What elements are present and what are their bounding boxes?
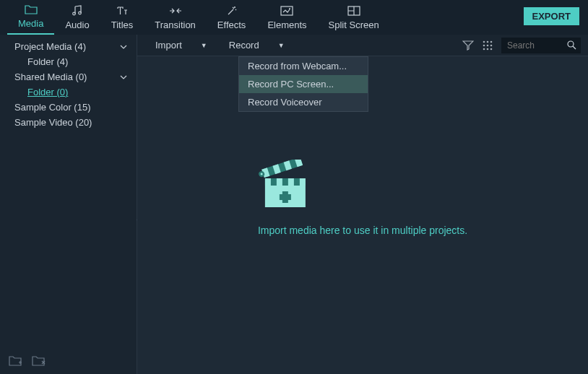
effects-icon	[225, 4, 238, 17]
tab-label: Audio	[65, 19, 89, 30]
svg-point-7	[490, 40, 493, 43]
chevron-down-icon	[119, 73, 128, 82]
svg-rect-25	[288, 178, 294, 186]
svg-rect-29	[280, 194, 291, 200]
tab-label: Effects	[217, 19, 246, 30]
sidebar-item-project-media[interactable]: Project Media (4)	[0, 39, 137, 54]
music-icon	[71, 4, 84, 17]
svg-point-1	[79, 12, 82, 14]
menu-item-record-voiceover[interactable]: Record Voiceover	[239, 93, 368, 111]
main-panel: Import▼ Record▼ Record from Webcam... Re…	[137, 35, 588, 374]
svg-point-13	[490, 48, 493, 50]
svg-rect-22	[265, 178, 306, 186]
tab-elements[interactable]: Elements	[256, 1, 317, 35]
empty-state: Import media here to use it in multiple …	[258, 160, 467, 236]
svg-point-0	[73, 12, 76, 15]
main-toolbar: Import▼ Record▼	[137, 35, 588, 56]
top-tabs: Media Audio Titles Transition Effects El…	[0, 0, 588, 35]
record-dropdown-button[interactable]: Record▼	[218, 40, 295, 51]
text-icon	[116, 4, 129, 17]
tab-label: Media	[18, 18, 43, 29]
svg-rect-2	[281, 6, 293, 15]
svg-point-3	[289, 8, 290, 9]
import-dropdown-button[interactable]: Import▼	[144, 40, 218, 51]
search-input[interactable]	[501, 38, 581, 53]
remove-folder-button[interactable]	[32, 355, 46, 368]
svg-rect-24	[277, 178, 282, 186]
tab-splitscreen[interactable]: Split Screen	[318, 1, 390, 35]
export-button[interactable]: EXPORT	[524, 7, 579, 25]
svg-point-10	[490, 44, 493, 46]
menu-item-record-pc-screen[interactable]: Record PC Screen...	[239, 75, 368, 93]
svg-point-5	[483, 40, 485, 43]
clapperboard-icon	[258, 160, 467, 210]
elements-icon	[280, 4, 293, 17]
folder-icon	[25, 3, 38, 16]
record-dropdown-menu: Record from Webcam... Record PC Screen..…	[238, 56, 368, 112]
chevron-down-icon	[119, 43, 128, 51]
media-tree: Project Media (4) Folder (4) Shared Medi…	[0, 35, 137, 374]
svg-point-12	[487, 48, 489, 50]
svg-rect-26	[300, 178, 306, 186]
sidebar-item-folder[interactable]: Folder (4)	[0, 54, 137, 69]
sidebar: Project Media (4) Folder (4) Shared Medi…	[0, 35, 137, 374]
svg-point-9	[487, 44, 489, 46]
svg-point-11	[483, 48, 485, 50]
tab-label: Split Screen	[329, 19, 379, 30]
menu-item-record-webcam[interactable]: Record from Webcam...	[239, 57, 368, 75]
tab-media[interactable]: Media	[7, 0, 54, 35]
svg-point-6	[487, 40, 489, 43]
tab-audio[interactable]: Audio	[54, 1, 100, 35]
svg-rect-23	[265, 178, 271, 186]
transition-icon	[169, 4, 182, 17]
empty-state-text: Import media here to use it in multiple …	[258, 225, 467, 236]
sidebar-item-shared-media[interactable]: Shared Media (0)	[0, 69, 137, 84]
tab-label: Elements	[267, 19, 306, 30]
grid-view-icon[interactable]	[483, 40, 493, 51]
tab-transition[interactable]: Transition	[144, 1, 207, 35]
sidebar-item-folder-link[interactable]: Folder (0)	[0, 84, 137, 100]
sidebar-item-sample-video[interactable]: Sample Video (20)	[0, 115, 137, 130]
tab-titles[interactable]: Titles	[100, 1, 144, 35]
sidebar-item-sample-color[interactable]: Sample Color (15)	[0, 100, 137, 115]
svg-point-8	[483, 44, 485, 46]
filter-icon[interactable]	[462, 40, 474, 51]
tab-label: Transition	[155, 19, 196, 30]
tab-label: Titles	[111, 19, 134, 30]
add-folder-button[interactable]	[9, 355, 23, 368]
splitscreen-icon	[347, 4, 360, 17]
tab-effects[interactable]: Effects	[207, 1, 257, 35]
chevron-down-icon: ▼	[278, 42, 285, 49]
chevron-down-icon: ▼	[201, 42, 207, 49]
